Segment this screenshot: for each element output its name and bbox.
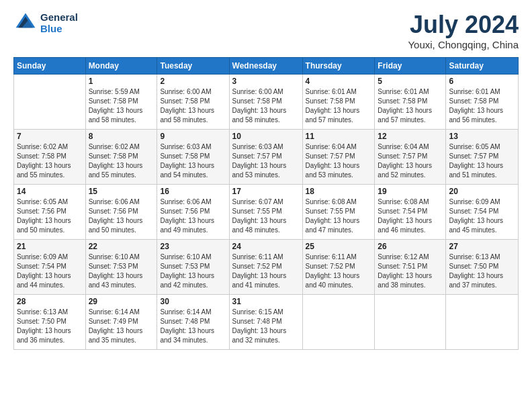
week-row-1: 1Sunrise: 5:59 AM Sunset: 7:58 PM Daylig… [14,75,519,130]
day-number: 10 [232,132,300,141]
weekday-saturday: Saturday [446,58,519,75]
calendar-cell: 12Sunrise: 6:04 AM Sunset: 7:57 PM Dayli… [375,130,446,185]
day-info: Sunrise: 6:09 AM Sunset: 7:54 PM Dayligh… [17,253,83,290]
day-info: Sunrise: 6:07 AM Sunset: 7:55 PM Dayligh… [232,197,300,235]
day-info: Sunrise: 6:11 AM Sunset: 7:52 PM Dayligh… [232,253,300,290]
weekday-thursday: Thursday [302,58,375,75]
day-number: 18 [306,187,372,196]
day-number: 14 [17,187,83,196]
calendar-cell: 6Sunrise: 6:01 AM Sunset: 7:58 PM Daylig… [446,75,519,130]
day-number: 25 [306,242,372,251]
page: General Blue July 2024 Youxi, Chongqing,… [0,0,532,411]
calendar-cell: 5Sunrise: 6:01 AM Sunset: 7:58 PM Daylig… [375,75,446,130]
day-number: 16 [160,187,226,196]
day-number: 11 [306,132,372,141]
day-number: 17 [232,187,300,196]
calendar-cell: 19Sunrise: 6:08 AM Sunset: 7:54 PM Dayli… [375,185,446,240]
day-number: 31 [232,297,300,306]
calendar-cell: 16Sunrise: 6:06 AM Sunset: 7:56 PM Dayli… [157,185,229,240]
day-number: 9 [160,132,226,141]
calendar-cell [375,295,446,350]
day-info: Sunrise: 6:03 AM Sunset: 7:58 PM Dayligh… [160,142,226,180]
day-number: 1 [89,77,154,86]
calendar-cell [302,295,375,350]
day-info: Sunrise: 6:13 AM Sunset: 7:50 PM Dayligh… [17,308,83,345]
month-title: July 2024 [408,11,519,39]
weekday-monday: Monday [85,58,157,75]
week-row-2: 7Sunrise: 6:02 AM Sunset: 7:58 PM Daylig… [14,130,519,185]
calendar-cell: 24Sunrise: 6:11 AM Sunset: 7:52 PM Dayli… [229,240,302,295]
day-number: 22 [89,242,154,251]
week-row-3: 14Sunrise: 6:05 AM Sunset: 7:56 PM Dayli… [14,185,519,240]
day-info: Sunrise: 6:08 AM Sunset: 7:55 PM Dayligh… [306,197,372,235]
calendar-cell: 2Sunrise: 6:00 AM Sunset: 7:58 PM Daylig… [157,75,229,130]
title-block: July 2024 Youxi, Chongqing, China [408,11,519,50]
day-number: 13 [449,132,515,141]
day-number: 28 [17,297,83,306]
calendar-cell: 22Sunrise: 6:10 AM Sunset: 7:53 PM Dayli… [85,240,157,295]
calendar-cell: 1Sunrise: 5:59 AM Sunset: 7:58 PM Daylig… [85,75,157,130]
week-row-5: 28Sunrise: 6:13 AM Sunset: 7:50 PM Dayli… [14,295,519,350]
day-number: 7 [17,132,83,141]
day-info: Sunrise: 6:05 AM Sunset: 7:57 PM Dayligh… [449,142,515,180]
calendar-cell: 13Sunrise: 6:05 AM Sunset: 7:57 PM Dayli… [446,130,519,185]
logo: General Blue [13,11,78,35]
day-info: Sunrise: 6:11 AM Sunset: 7:52 PM Dayligh… [306,253,372,290]
day-number: 6 [449,77,515,86]
day-info: Sunrise: 6:02 AM Sunset: 7:58 PM Dayligh… [17,142,83,180]
weekday-tuesday: Tuesday [157,58,229,75]
calendar-cell: 17Sunrise: 6:07 AM Sunset: 7:55 PM Dayli… [229,185,302,240]
calendar-cell: 9Sunrise: 6:03 AM Sunset: 7:58 PM Daylig… [157,130,229,185]
calendar-table: SundayMondayTuesdayWednesdayThursdayFrid… [13,57,519,350]
calendar-cell: 21Sunrise: 6:09 AM Sunset: 7:54 PM Dayli… [14,240,86,295]
logo-icon [13,11,38,35]
day-info: Sunrise: 6:06 AM Sunset: 7:56 PM Dayligh… [89,197,154,235]
calendar-cell: 8Sunrise: 6:02 AM Sunset: 7:58 PM Daylig… [85,130,157,185]
calendar-cell: 30Sunrise: 6:14 AM Sunset: 7:48 PM Dayli… [157,295,229,350]
day-number: 15 [89,187,154,196]
weekday-wednesday: Wednesday [229,58,302,75]
day-number: 20 [449,187,515,196]
day-info: Sunrise: 6:12 AM Sunset: 7:51 PM Dayligh… [378,253,443,290]
day-info: Sunrise: 6:06 AM Sunset: 7:56 PM Dayligh… [160,197,226,235]
weekday-sunday: Sunday [14,58,86,75]
calendar-cell: 4Sunrise: 6:01 AM Sunset: 7:58 PM Daylig… [302,75,375,130]
day-number: 27 [449,242,515,251]
day-info: Sunrise: 6:01 AM Sunset: 7:58 PM Dayligh… [449,87,515,125]
day-number: 21 [17,242,83,251]
calendar-cell [446,295,519,350]
calendar-cell: 7Sunrise: 6:02 AM Sunset: 7:58 PM Daylig… [14,130,86,185]
day-info: Sunrise: 6:00 AM Sunset: 7:58 PM Dayligh… [160,87,226,125]
day-info: Sunrise: 6:08 AM Sunset: 7:54 PM Dayligh… [378,197,443,235]
weekday-header-row: SundayMondayTuesdayWednesdayThursdayFrid… [14,58,519,75]
day-info: Sunrise: 6:15 AM Sunset: 7:48 PM Dayligh… [232,308,300,345]
day-info: Sunrise: 6:14 AM Sunset: 7:48 PM Dayligh… [160,308,226,345]
calendar-cell: 3Sunrise: 6:00 AM Sunset: 7:58 PM Daylig… [229,75,302,130]
day-info: Sunrise: 6:14 AM Sunset: 7:49 PM Dayligh… [89,308,154,345]
calendar-cell: 25Sunrise: 6:11 AM Sunset: 7:52 PM Dayli… [302,240,375,295]
day-info: Sunrise: 6:10 AM Sunset: 7:53 PM Dayligh… [160,253,226,290]
calendar-cell: 15Sunrise: 6:06 AM Sunset: 7:56 PM Dayli… [85,185,157,240]
day-info: Sunrise: 6:01 AM Sunset: 7:58 PM Dayligh… [378,87,443,125]
calendar-cell: 28Sunrise: 6:13 AM Sunset: 7:50 PM Dayli… [14,295,86,350]
day-number: 4 [306,77,372,86]
day-number: 19 [378,187,443,196]
day-number: 23 [160,242,226,251]
calendar-cell: 10Sunrise: 6:03 AM Sunset: 7:57 PM Dayli… [229,130,302,185]
day-info: Sunrise: 6:02 AM Sunset: 7:58 PM Dayligh… [89,142,154,180]
calendar-cell: 29Sunrise: 6:14 AM Sunset: 7:49 PM Dayli… [85,295,157,350]
day-info: Sunrise: 6:03 AM Sunset: 7:57 PM Dayligh… [232,142,300,180]
day-info: Sunrise: 6:01 AM Sunset: 7:58 PM Dayligh… [306,87,372,125]
day-info: Sunrise: 6:13 AM Sunset: 7:50 PM Dayligh… [449,253,515,290]
day-number: 29 [89,297,154,306]
day-info: Sunrise: 6:04 AM Sunset: 7:57 PM Dayligh… [306,142,372,180]
day-number: 8 [89,132,154,141]
calendar-cell: 14Sunrise: 6:05 AM Sunset: 7:56 PM Dayli… [14,185,86,240]
day-number: 24 [232,242,300,251]
calendar-cell: 31Sunrise: 6:15 AM Sunset: 7:48 PM Dayli… [229,295,302,350]
day-info: Sunrise: 6:09 AM Sunset: 7:54 PM Dayligh… [449,197,515,235]
calendar-cell: 11Sunrise: 6:04 AM Sunset: 7:57 PM Dayli… [302,130,375,185]
header: General Blue July 2024 Youxi, Chongqing,… [13,11,519,50]
calendar-cell: 18Sunrise: 6:08 AM Sunset: 7:55 PM Dayli… [302,185,375,240]
day-info: Sunrise: 6:05 AM Sunset: 7:56 PM Dayligh… [17,197,83,235]
